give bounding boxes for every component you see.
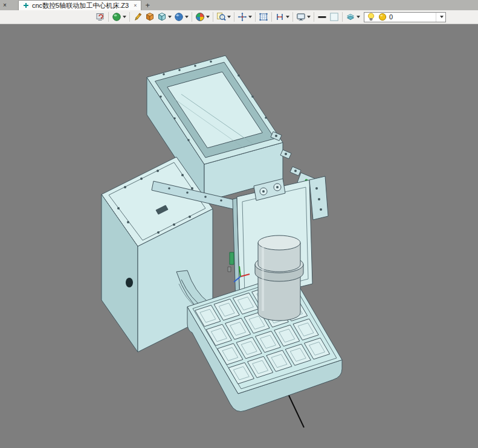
face-color-icon [329,12,339,22]
chevron-down-icon [168,16,172,18]
refresh-view-button[interactable] [94,11,106,22]
shape-extrude-icon [145,12,155,22]
display-monitor-button[interactable] [295,11,312,22]
file-plus-icon [23,2,29,8]
layer-value: 0 [389,13,434,21]
new-tab-button[interactable]: + [141,0,153,10]
document-tab[interactable]: cnc数控5轴联动加工中心机床.Z3 × [18,0,141,10]
shading-mode-icon [112,12,121,22]
layer-selector[interactable]: 0 [364,12,446,22]
toolbar-separator [129,12,130,22]
sketch-button[interactable] [132,11,144,22]
toolbar-separator [342,12,343,22]
dimension-style-button[interactable] [274,11,291,22]
toolbar: 0 [0,10,478,24]
tab-bar: × cnc数控5轴联动加工中心机床.Z3 × + [0,0,478,10]
chevron-down-icon [123,16,126,18]
toolbar-separator [234,12,234,22]
dimension-style-icon [275,12,285,22]
tab-spacer [10,0,18,10]
grid-table-button[interactable] [257,11,270,22]
grid-table-icon [259,12,268,22]
pane-close-button[interactable]: × [0,0,10,10]
solid-cube-icon [157,12,167,22]
chevron-down-icon [227,16,231,18]
toolbar-separator [271,12,272,22]
chevron-down-icon [307,16,311,18]
toolbar-separator [314,12,314,22]
refresh-view-icon [95,12,105,22]
color-wheel-icon [195,12,205,22]
line-width-icon [317,12,327,22]
shape-extrude-button[interactable] [144,11,156,22]
toolbar-separator [192,12,192,22]
face-color-button[interactable] [328,11,340,22]
view-sphere-icon [174,12,184,22]
chevron-down-icon [440,16,444,18]
chevron-down-icon [185,16,189,18]
sketch-pencil-icon [133,12,143,22]
toolbar-separator [108,12,109,22]
shading-mode-button[interactable] [111,11,128,22]
chevron-down-icon [248,16,252,18]
chevron-down-icon [206,16,210,18]
layer-dropdown-button[interactable] [436,13,445,22]
view-sphere-button[interactable] [173,11,190,22]
transparency-layers-icon [346,12,355,22]
transparency-layers-button[interactable] [344,11,361,22]
document-tab-title: cnc数控5轴联动加工中心机床.Z3 [32,1,129,10]
solid-cube-button[interactable] [156,11,173,22]
layer-color-icon [378,12,387,22]
cnc-machine-model [0,24,478,448]
lightbulb-icon [366,12,376,22]
annotation-line [289,395,304,427]
display-monitor-icon [296,12,306,22]
chevron-down-icon [357,16,360,18]
zoom-icon [216,12,226,22]
pan-move-icon [237,12,247,22]
toolbar-separator [213,12,213,22]
tab-close-icon[interactable]: × [134,2,137,8]
pan-move-button[interactable] [236,11,253,22]
toolbar-separator [255,12,256,22]
toolbar-separator [292,12,293,22]
zoom-button[interactable] [215,11,232,22]
chevron-down-icon [286,16,289,18]
workpiece-cylinder [255,235,303,321]
model-viewport[interactable] [0,24,478,448]
line-width-button[interactable] [316,11,328,22]
color-wheel-button[interactable] [194,11,211,22]
